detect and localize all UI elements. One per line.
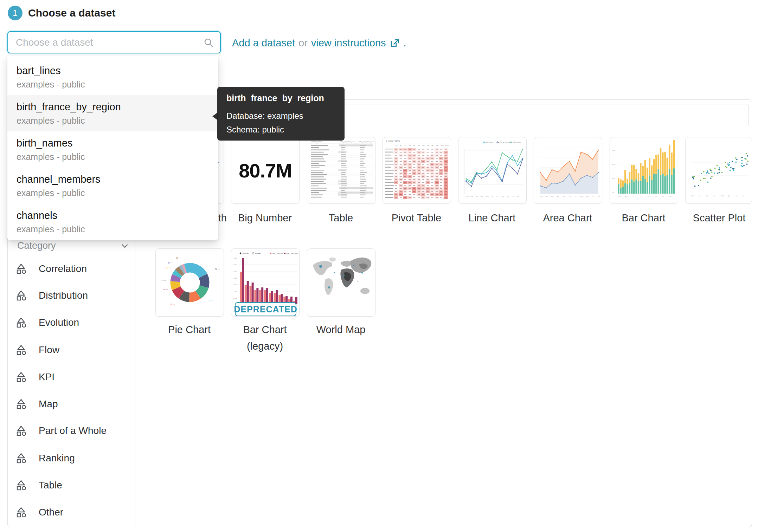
search-icon (203, 37, 214, 48)
svg-text:7,000: 7,000 (233, 258, 237, 259)
external-link-icon[interactable] (390, 38, 400, 48)
dataset-select-placeholder: Choose a dataset (16, 37, 203, 48)
sidebar-item-label: Map (39, 398, 58, 410)
svg-text:Oct: Oct (743, 195, 745, 197)
create-chart-page: 1 Choose a dataset Choose a dataset Add … (0, 0, 758, 532)
svg-text:Feb: Feb (471, 196, 474, 197)
sentence-period: . (404, 37, 406, 49)
svg-text:Apr: Apr (625, 196, 628, 197)
svg-text:Jul: Jul (735, 195, 737, 197)
sidebar-item-label: Table (39, 480, 62, 491)
svg-text:Mar: Mar (476, 196, 478, 197)
sidebar-item-kpi[interactable]: KPI (15, 364, 131, 390)
svg-text:Oct: Oct (640, 196, 642, 197)
svg-text:2012: 2012 (691, 195, 695, 197)
svg-text:32: 32 (161, 279, 163, 281)
sidebar-item-label: Evolution (39, 317, 79, 328)
chart-card-line-chart[interactable]: FurnitureOffice SuppliesTechnology2013Fe… (458, 137, 527, 204)
svg-text:Sep: Sep (507, 196, 509, 197)
chevron-down-icon (120, 241, 130, 251)
svg-text:Aug: Aug (501, 196, 504, 197)
sidebar-item-other[interactable]: Other (15, 499, 131, 526)
sidebar-item-evolution[interactable]: Evolution (15, 309, 131, 336)
dataset-option-meta: examples - public (17, 188, 209, 198)
svg-text:24: 24 (163, 288, 165, 291)
svg-text:Apr: Apr (655, 196, 657, 197)
svg-text:2,000: 2,000 (233, 291, 237, 292)
chart-label: Line Chart (451, 211, 533, 225)
dataset-option-name: channel_members (17, 174, 209, 185)
svg-text:Apr: Apr (728, 195, 731, 197)
dataset-select-input[interactable]: Choose a dataset (7, 31, 221, 53)
svg-text:sum__SP_RUR_TOTL: sum__SP_RUR_TOTL (359, 141, 375, 143)
svg-text:Grouped: Grouped (242, 252, 249, 254)
tooltip-database: Database: examples (226, 109, 335, 123)
svg-text:Jul: Jul (706, 195, 708, 197)
svg-text:sum__SP_POP_TOTL: sum__SP_POP_TOTL (340, 141, 356, 143)
chart-label-line1: Bar Chart (224, 323, 306, 337)
sidebar-item-table[interactable]: Table (15, 472, 131, 499)
sidebar-item-correlation[interactable]: Correlation (15, 255, 131, 282)
svg-text:NJ: NJ (418, 145, 420, 147)
svg-text:Jul: Jul (496, 196, 498, 197)
sidebar-item-ranking[interactable]: Ranking (15, 445, 131, 472)
dataset-option-name: birth_france_by_region (17, 101, 209, 113)
svg-text:6,000: 6,000 (233, 264, 237, 266)
svg-text:other: other (441, 145, 444, 147)
svg-text:1,000: 1,000 (233, 298, 237, 299)
dataset-option-channels[interactable]: channels examples - public (7, 204, 218, 240)
page-title: Choose a dataset (28, 7, 115, 19)
svg-text:Jul: Jul (574, 196, 576, 197)
scatter-plot-thumbnail: 2012AprJulOct2013AprJulOct (686, 137, 752, 203)
step-number-badge: 1 (8, 6, 23, 20)
svg-text:Oct: Oct (512, 196, 514, 197)
dataset-option-birth-france-by-region[interactable]: birth_france_by_region examples - public (7, 95, 218, 131)
category-accordion-header[interactable]: Category (17, 240, 130, 251)
chart-label: Pie Chart (148, 323, 230, 337)
dataset-option-channel-members[interactable]: channel_members examples - public (7, 168, 218, 204)
chart-card-scatter-plot[interactable]: 2012AprJulOct2013AprJulOct (685, 137, 752, 204)
svg-text:May: May (486, 196, 489, 197)
svg-text:Apr: Apr (481, 196, 483, 197)
chart-card-pivot-table[interactable]: ▼ metric ▼ BirthsCAFLILMAMINJNYOHPATXoth… (383, 137, 451, 204)
svg-text:Jul: Jul (662, 196, 664, 197)
svg-text:MA: MA (409, 145, 411, 147)
add-dataset-link[interactable]: Add a dataset (232, 37, 295, 49)
dataset-option-bart-lines[interactable]: bart_lines examples - public (7, 59, 218, 95)
dataset-helper-links: Add a dataset or view instructions . (232, 35, 406, 51)
svg-text:4: 4 (208, 300, 210, 302)
chart-card-pie-chart[interactable]: 762432612380114 (155, 248, 224, 317)
svg-text:PA: PA (431, 145, 433, 147)
svg-text:sum__sum_girls: sum__sum_girls (272, 253, 284, 254)
sidebar-item-label: Flow (39, 344, 59, 356)
svg-text:Oct: Oct (669, 196, 672, 197)
deprecated-badge: DEPRECATED (235, 302, 296, 316)
sidebar-item-label: Distribution (39, 290, 88, 301)
svg-text:2012: 2012 (618, 196, 621, 197)
svg-text:Apr: Apr (699, 195, 701, 197)
svg-text:Oct: Oct (713, 195, 716, 197)
category-icon (15, 263, 27, 274)
svg-text:sum__sum_boys: sum__sum_boys (286, 253, 298, 254)
sidebar-item-flow[interactable]: Flow (15, 337, 131, 363)
or-text: or (298, 37, 308, 49)
big-number-thumbnail: 80.7M (231, 137, 299, 203)
chart-label: Scatter Plot (678, 211, 758, 225)
view-instructions-link[interactable]: view instructions (311, 37, 386, 49)
chart-card-area-chart[interactable]: 2013FebMarAprMayJunJulAugSepOctNov (534, 137, 602, 204)
dataset-option-name: channels (17, 210, 209, 221)
sidebar-item-part-of-a-whole[interactable]: Part of a Whole (15, 417, 131, 444)
svg-text:Jul: Jul (632, 196, 634, 197)
svg-text:May: May (563, 196, 566, 197)
sidebar-item-distribution[interactable]: Distribution (15, 282, 131, 309)
svg-text:Mar: Mar (551, 196, 554, 197)
chart-card-table[interactable]: country_namesum__SP_POP_TOTLsum__SP_RUR_… (307, 137, 375, 204)
svg-text:3,000: 3,000 (233, 284, 237, 286)
dataset-option-birth-names[interactable]: birth_names examples - public (7, 131, 218, 168)
chart-card-bar-chart[interactable]: 200k150k100k50k2012AprJulOct2013AprJulOc… (610, 137, 678, 204)
svg-text:61: 61 (170, 303, 172, 305)
chart-card-big-number[interactable]: 80.7M (231, 137, 300, 204)
chart-label: Area Chart (527, 211, 609, 225)
sidebar-item-map[interactable]: Map (15, 391, 131, 417)
chart-card-world-map[interactable] (307, 248, 375, 317)
